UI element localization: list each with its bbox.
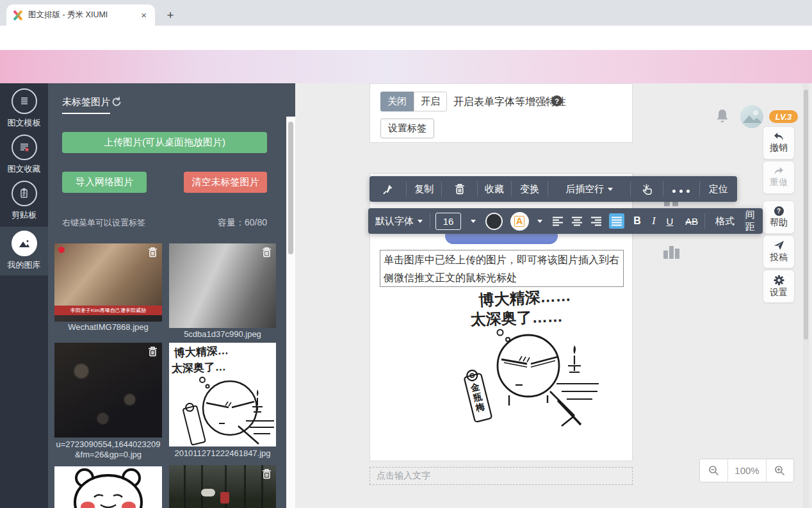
xiumi-favicon (13, 10, 23, 20)
align-justify-button[interactable] (606, 208, 628, 234)
user-avatar[interactable] (740, 105, 763, 128)
color-swatch (485, 213, 503, 230)
browser-tab[interactable]: 图文排版 - 秀米 XIUMI × (6, 4, 155, 26)
thumbnail-forest (169, 465, 276, 508)
set-tag-button[interactable]: 设置标签 (380, 119, 434, 138)
format-toolbar: 默认字体 16 A B I U AB 格式 间距 (368, 208, 763, 234)
toggle-label: 开启表单字体等增强特性 (453, 95, 566, 109)
settings-button[interactable]: 设置 (763, 270, 795, 303)
image-filename: u=2723090554,1644023209&fm=26&gp=0.jpg (54, 439, 162, 461)
import-web-image-button[interactable]: 导入网络图片 (62, 172, 147, 193)
clipboard-icon (12, 181, 37, 206)
panel-scrollbar-thumb[interactable] (288, 122, 293, 254)
strikethrough-button[interactable]: AB (679, 208, 704, 234)
highlight-color-button[interactable]: A (507, 208, 532, 234)
page-scrollbar-thumb[interactable] (804, 90, 808, 340)
image-filename: WechatIMG7868.jpeg (54, 322, 162, 332)
thumbnail-stone-rubbing (54, 343, 162, 438)
image-thumbnail[interactable] (54, 466, 162, 508)
help-question-icon[interactable]: ? (551, 95, 562, 106)
delete-image-icon[interactable] (148, 346, 158, 359)
gallery-icon (12, 231, 37, 256)
font-size-select[interactable]: 16 (430, 208, 466, 234)
refresh-icon[interactable] (111, 96, 122, 110)
image-thumbnail[interactable]: 李阳妻子Kim再曝自己遭李阳威胁 (54, 243, 162, 322)
align-right-button[interactable] (587, 208, 606, 234)
sidebar-item-clipboard[interactable]: 剪贴板 (0, 181, 48, 225)
image-thumbnail[interactable] (169, 465, 276, 508)
clear-untagged-button[interactable]: 清空未标签图片 (184, 172, 267, 193)
align-justify-icon (611, 217, 622, 226)
zoom-in-button[interactable] (766, 459, 793, 482)
zoom-in-icon (774, 465, 785, 476)
gear-icon (774, 275, 784, 286)
template-icon (12, 88, 37, 114)
locate-button[interactable]: 定位 (700, 176, 737, 202)
copy-button[interactable]: 复制 (407, 176, 441, 202)
pin-icon (382, 184, 393, 195)
undo-button[interactable]: 撤销 (763, 126, 795, 160)
delete-image-icon[interactable] (148, 247, 158, 260)
upload-image-button[interactable]: 上传图片(可从桌面拖放图片) (62, 132, 267, 153)
text-color-button[interactable] (480, 208, 507, 234)
hand-click-icon (640, 183, 653, 195)
red-figure-shape (220, 492, 229, 504)
image-thumbnail[interactable] (54, 343, 162, 438)
tab-close-icon[interactable]: × (139, 10, 149, 20)
toggle-off-button[interactable]: 关闭 (380, 92, 414, 111)
format-menu-button[interactable]: 格式 (705, 208, 745, 234)
more-options-button[interactable] (663, 176, 699, 202)
help-button[interactable]: ? 帮助 (763, 201, 795, 234)
redo-button[interactable]: 重做 (763, 161, 795, 194)
right-click-hint: 右键菜单可以设置标签 (62, 217, 145, 229)
thumbnail-meme-bear (54, 466, 162, 508)
svg-text:博大精深……: 博大精深…… (478, 290, 571, 309)
sidebar-item-my-gallery[interactable]: 我的图库 (0, 227, 48, 275)
thumbnail-photo-news: 李阳妻子Kim再曝自己遭李阳威胁 (54, 243, 162, 322)
image-thumbnail[interactable]: 博大精深… 太深奥了… (169, 343, 276, 447)
font-family-select[interactable]: 默认字体 (368, 208, 430, 234)
delete-image-icon[interactable] (262, 247, 272, 260)
align-center-button[interactable] (567, 208, 587, 234)
sidebar-item-favorites[interactable]: 图文收藏 (0, 135, 48, 179)
paragraph-text[interactable]: 单击图库中已经上传的图片，即可将该图片插入到右侧微信推文正文的鼠标光标处 (380, 250, 624, 287)
tab-title: 图文排版 - 秀米 XIUMI (28, 10, 139, 20)
interaction-button[interactable] (631, 176, 662, 202)
highlight-caret[interactable] (532, 208, 548, 234)
level-badge: LV.3 (769, 110, 798, 123)
delete-image-icon[interactable] (262, 468, 272, 482)
image-filename: 5cdba1d37c990.jpeg (169, 329, 276, 340)
pin-button[interactable] (369, 176, 406, 202)
browser-addressbar: ← → ⌂ i xiumi.us/studio/v5#/paper/for/ne… (0, 26, 812, 50)
italic-button[interactable]: I (647, 208, 661, 234)
favorite-button[interactable]: 收藏 (478, 176, 511, 202)
font-size-caret[interactable] (466, 208, 480, 234)
submit-button[interactable]: 投稿 (763, 235, 795, 268)
thumbnail-cartoon: 博大精深… 太深奥了… (169, 343, 276, 447)
untagged-images-tab[interactable]: 未标签图片 (62, 96, 110, 114)
delete-button[interactable] (442, 176, 476, 202)
underline-button[interactable]: U (661, 208, 679, 234)
zoom-out-button[interactable] (700, 459, 727, 482)
browser-tabstrip: 图文排版 - 秀米 XIUMI × + (0, 0, 812, 26)
page-scrollbar-track[interactable] (803, 83, 809, 508)
paper-plane-icon (774, 240, 784, 250)
transform-button[interactable]: 变换 (512, 176, 548, 202)
bold-button[interactable]: B (628, 208, 647, 234)
redo-icon (773, 167, 784, 176)
highlight-a-icon: A (510, 212, 529, 231)
new-tab-button[interactable]: + (161, 6, 179, 24)
text-input-placeholder[interactable]: 点击输入文字 (369, 467, 633, 485)
cartoon-image[interactable]: 博大精深…… 太深奥了…… 金 瓶 梅 (431, 290, 604, 430)
favorites-icon (12, 135, 37, 160)
chevron-down-icon (608, 188, 613, 191)
toggle-on-button[interactable]: 开启 (414, 92, 447, 111)
insert-blank-line-button[interactable]: 后插空行 (548, 176, 630, 202)
news-subbar (54, 315, 162, 322)
image-thumbnail[interactable] (169, 243, 276, 328)
align-left-button[interactable] (548, 208, 567, 234)
spacing-menu-button[interactable]: 间距 (745, 208, 763, 234)
notification-bell-icon[interactable] (715, 108, 729, 124)
image-library-panel: 未标签图片 上传图片(可从桌面拖放图片) 导入网络图片 清空未标签图片 右键菜单… (48, 83, 295, 508)
sidebar-item-templates[interactable]: 图文模板 (0, 88, 48, 133)
